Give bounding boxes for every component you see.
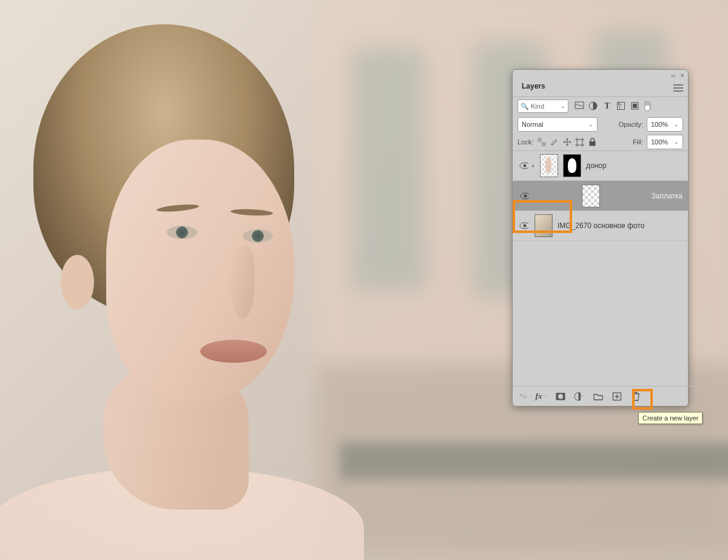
layer-row[interactable]: Заплатка xyxy=(513,181,688,211)
fill-label: Fill: xyxy=(633,138,643,146)
lock-artboard-icon[interactable] xyxy=(575,138,584,147)
opacity-input[interactable]: 100%⌄ xyxy=(647,117,683,132)
visibility-eye-icon[interactable] xyxy=(520,192,529,201)
layer-name[interactable]: Заплатка xyxy=(651,192,682,200)
tooltip-new-layer: Create a new layer xyxy=(638,412,703,424)
lock-brush-icon[interactable] xyxy=(550,138,559,147)
svg-rect-8 xyxy=(538,138,542,142)
layer-fx-icon[interactable]: fx﹀ xyxy=(536,391,547,402)
lock-all-icon[interactable] xyxy=(588,138,597,147)
layer-thumbnail[interactable] xyxy=(582,184,600,207)
svg-point-13 xyxy=(523,164,526,167)
layers-panel-buttons: fx﹀ ﹀ xyxy=(513,386,698,406)
link-layers-icon[interactable] xyxy=(517,391,528,402)
filter-smartobject-icon[interactable] xyxy=(630,101,640,111)
background-blur xyxy=(340,443,728,479)
filter-shape-icon[interactable] xyxy=(616,101,626,111)
svg-rect-9 xyxy=(542,142,546,146)
filter-kind-label: Kind xyxy=(531,103,544,110)
fill-input[interactable]: 100%⌄ xyxy=(647,135,683,149)
layer-name[interactable]: донор xyxy=(586,161,607,170)
svg-rect-4 xyxy=(633,104,637,108)
panel-menu-icon[interactable] xyxy=(672,83,684,95)
opacity-label: Opacity: xyxy=(619,121,643,128)
layer-mask-thumbnail[interactable] xyxy=(563,154,581,177)
blend-mode-value: Normal xyxy=(522,121,543,128)
photoshop-canvas: ‹‹ × Layers 🔍 Kind ⌄ T xyxy=(0,0,728,560)
layer-thumbnail[interactable] xyxy=(534,214,553,237)
lock-label: Lock: xyxy=(517,138,533,146)
visibility-eye-icon[interactable] xyxy=(519,161,528,170)
photo-subject xyxy=(0,0,340,560)
delete-layer-icon[interactable] xyxy=(630,391,641,402)
panel-close-button[interactable]: × xyxy=(681,72,684,79)
adjustment-layer-icon[interactable]: ﹀ xyxy=(574,391,584,402)
layer-list: ▸ донор Заплатка IMG_2670 основное фото xyxy=(513,150,688,382)
panel-collapse-button[interactable]: ‹‹ xyxy=(671,72,675,79)
layer-name[interactable]: IMG_2670 основное фото xyxy=(558,221,644,230)
visibility-eye-icon[interactable] xyxy=(519,221,528,231)
svg-point-19 xyxy=(558,394,563,399)
filter-toggle-icon[interactable] xyxy=(644,101,654,111)
fill-value: 100% xyxy=(651,138,668,146)
expand-caret-icon[interactable]: ▸ xyxy=(532,163,535,169)
filter-pixel-icon[interactable] xyxy=(575,101,584,111)
background-blur xyxy=(352,49,425,291)
new-layer-icon[interactable] xyxy=(612,391,622,402)
svg-point-15 xyxy=(524,195,527,198)
layer-row[interactable]: IMG_2670 основное фото xyxy=(513,211,688,241)
svg-rect-11 xyxy=(590,141,596,146)
layer-thumbnail[interactable] xyxy=(540,154,558,177)
filter-adjustment-icon[interactable] xyxy=(588,101,598,111)
tab-layers[interactable]: Layers xyxy=(516,79,551,96)
filter-type-icon[interactable]: T xyxy=(602,101,612,111)
lock-transparency-icon[interactable] xyxy=(537,138,546,147)
layer-filter-kind[interactable]: 🔍 Kind ⌄ xyxy=(517,100,568,113)
svg-point-6 xyxy=(645,106,650,110)
search-icon: 🔍 xyxy=(521,103,529,110)
svg-point-17 xyxy=(523,224,526,228)
add-mask-icon[interactable] xyxy=(555,391,565,402)
layer-row[interactable]: ▸ донор xyxy=(513,151,688,181)
svg-rect-10 xyxy=(577,140,582,145)
layers-panel: ‹‹ × Layers 🔍 Kind ⌄ T xyxy=(512,69,689,407)
lock-move-icon[interactable] xyxy=(562,138,571,147)
blend-mode-select[interactable]: Normal⌄ xyxy=(517,117,598,132)
opacity-value: 100% xyxy=(651,121,668,128)
layer-filter-icons: T xyxy=(575,101,654,111)
new-group-icon[interactable] xyxy=(593,391,603,402)
